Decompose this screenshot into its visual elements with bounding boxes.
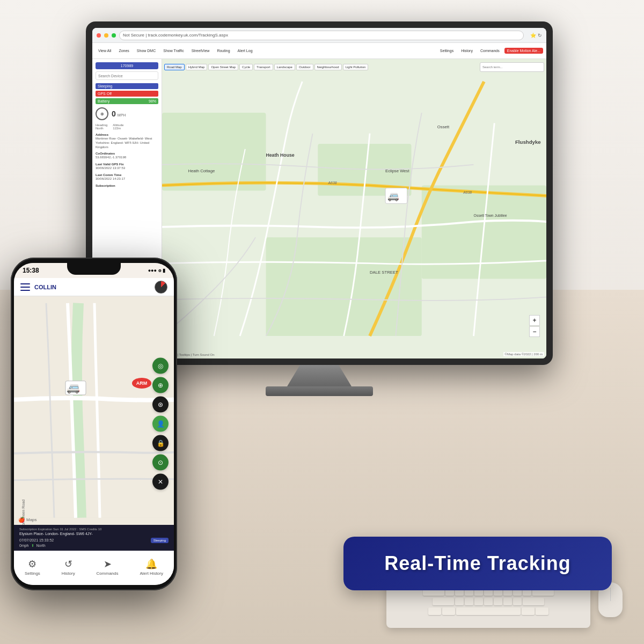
- phone-nav-bar: COLLIN: [14, 278, 174, 296]
- device-id: 170989: [96, 62, 158, 69]
- coordinates-label: CoOrdinates: [96, 152, 158, 155]
- outdoor-button[interactable]: Outdoor: [296, 64, 313, 70]
- svg-rect-4: [266, 237, 422, 336]
- zoom-out-button[interactable]: −: [529, 326, 540, 337]
- alert-history-nav-item[interactable]: 🔔 Alert History: [140, 558, 163, 576]
- road-map-button[interactable]: Road Map: [164, 64, 185, 70]
- coordinates-value: 53.683942,-1.370198: [96, 156, 158, 160]
- subscription-text: Subscription Expiration Sun 31 Jul 2022 …: [19, 527, 169, 531]
- neighbourhood-button[interactable]: Neighbourhood: [314, 64, 342, 70]
- person-button[interactable]: 👤: [152, 415, 169, 431]
- lock-button[interactable]: 🔒: [152, 435, 169, 451]
- locate-button[interactable]: ◎: [152, 357, 169, 374]
- settings-button[interactable]: Settings: [437, 48, 456, 54]
- key-c[interactable]: [474, 598, 483, 605]
- commands-nav-icon: ➤: [104, 558, 112, 570]
- key-x[interactable]: [465, 598, 473, 605]
- altitude-value: 122m: [113, 127, 123, 130]
- zoom-in-button[interactable]: +: [529, 315, 540, 326]
- last-gps-value: 30/06/2022 13:37:53: [96, 166, 158, 171]
- speed-section: ⊕ 0 MPH: [96, 107, 158, 120]
- key-alt-right[interactable]: [522, 608, 535, 615]
- phone-speed: 0mph: [19, 543, 29, 548]
- key-space[interactable]: [456, 608, 521, 615]
- hamburger-menu-icon[interactable]: [20, 283, 30, 291]
- map-svg: Flushdyke Ossett Heath Cottage Heath Hou…: [162, 59, 546, 358]
- light-pollution-button[interactable]: Light Pollution: [343, 64, 369, 70]
- key-shift-right[interactable]: [523, 598, 544, 605]
- key-alt[interactable]: [442, 608, 455, 615]
- map-zoom-controls: + −: [529, 315, 540, 337]
- history-nav-item[interactable]: ↺ History: [62, 558, 75, 576]
- settings-nav-item[interactable]: ⚙ Settings: [25, 558, 40, 576]
- alert-history-nav-icon: 🔔: [145, 558, 157, 570]
- phone-speed-info: 0mph ⬆ North: [19, 543, 169, 548]
- routing-button[interactable]: Routing: [214, 48, 232, 54]
- battery-label: Battery: [98, 99, 109, 103]
- hybrid-map-button[interactable]: Hybrid Map: [186, 64, 208, 70]
- map-search-input[interactable]: [480, 62, 544, 72]
- browser-max-dot: [112, 33, 116, 38]
- commands-nav-item[interactable]: ➤ Commands: [97, 558, 119, 576]
- phone-map-area[interactable]: 🚐 Weston Park Weston Green Road ARM ◎ ⊕ …: [14, 296, 174, 525]
- show-dmc-button[interactable]: Show DMC: [134, 48, 158, 54]
- cycle-button[interactable]: Cycle: [239, 64, 253, 70]
- alert-log-button[interactable]: Alert Log: [235, 48, 255, 54]
- target-button[interactable]: ⊙: [152, 454, 169, 470]
- svg-text:Weston Park: Weston Park: [14, 414, 14, 436]
- key-m[interactable]: [513, 598, 522, 605]
- status-sleeping: Sleeping: [96, 83, 158, 89]
- svg-text:Ossett Town Jublilee: Ossett Town Jublilee: [474, 214, 507, 217]
- commands-nav-label: Commands: [97, 571, 119, 576]
- map-type-toolbar: Road Map Hybrid Map Open Street Map Cycl…: [164, 61, 544, 73]
- street-view-button[interactable]: StreetView: [189, 48, 213, 54]
- last-comm-label: Last Comm Time: [96, 173, 158, 177]
- sleeping-badge: Sleeping: [151, 538, 169, 543]
- key-ctrl[interactable]: [428, 608, 441, 615]
- speed-unit: MPH: [118, 113, 126, 117]
- transport-button[interactable]: Transport: [254, 64, 273, 70]
- history-button[interactable]: History: [458, 48, 475, 54]
- svg-text:🚐: 🚐: [387, 190, 399, 202]
- wifi-button[interactable]: ⊕: [152, 377, 169, 393]
- phone-notch: [67, 263, 121, 275]
- phone-map-svg: 🚐 Weston Park Weston Green Road: [14, 296, 174, 525]
- zones-button[interactable]: Zones: [116, 48, 131, 54]
- phone-compass-icon[interactable]: [155, 281, 167, 294]
- phone-time: 15:38: [23, 267, 39, 274]
- last-comm-value: 30/06/2022 14:23:17: [96, 177, 158, 181]
- settings-circle-button[interactable]: ⊛: [152, 396, 169, 412]
- subscription-section: Subscription: [96, 184, 158, 187]
- location-text: Elysium Place- London- England- SW6 4JY-: [19, 531, 169, 537]
- maps-text: Maps: [26, 517, 37, 522]
- svg-text:Ossett: Ossett: [437, 125, 450, 129]
- signal-icon: ●●●: [148, 268, 157, 273]
- key-z[interactable]: [455, 598, 464, 605]
- key-v[interactable]: [484, 598, 493, 605]
- key-shift-left[interactable]: [433, 598, 454, 605]
- svg-rect-1: [162, 113, 266, 191]
- phone-bottom-nav: ⚙ Settings ↺ History ➤ Commands 🔔 Alert …: [14, 551, 174, 585]
- close-circle-button[interactable]: ✕: [152, 473, 169, 489]
- search-device-input[interactable]: [96, 71, 158, 80]
- arm-button[interactable]: ARM: [132, 378, 152, 389]
- open-street-button[interactable]: Open Street Map: [208, 64, 238, 70]
- browser-min-dot: [104, 33, 108, 38]
- key-ctrl-right[interactable]: [536, 608, 548, 615]
- phone-action-buttons: ◎ ⊕ ⊛ 👤 🔒 ⊙ ✕: [152, 357, 169, 489]
- tracking-banner-text: Real-Time Tracking: [384, 552, 570, 575]
- monitor-stand: [287, 365, 352, 386]
- landscape-button[interactable]: Landscape: [274, 64, 295, 70]
- key-n[interactable]: [503, 598, 512, 605]
- svg-text:Heath Cottage: Heath Cottage: [188, 169, 215, 173]
- enable-motion-button[interactable]: Enable Motion Ale...: [504, 48, 543, 54]
- datetime-text: 07/07/2021 15:33:52: [19, 538, 54, 543]
- map-container[interactable]: Road Map Hybrid Map Open Street Map Cycl…: [162, 59, 546, 358]
- speed-display: 0: [112, 109, 116, 118]
- phone-screen: 15:38 ●●● ⌾ ▮ COLLIN: [14, 263, 174, 585]
- show-traffic-button[interactable]: Show Traffic: [160, 48, 186, 54]
- battery-value: 98%: [149, 99, 156, 103]
- commands-button[interactable]: Commands: [478, 48, 502, 54]
- key-b[interactable]: [494, 598, 502, 605]
- view-all-button[interactable]: View All: [96, 48, 114, 54]
